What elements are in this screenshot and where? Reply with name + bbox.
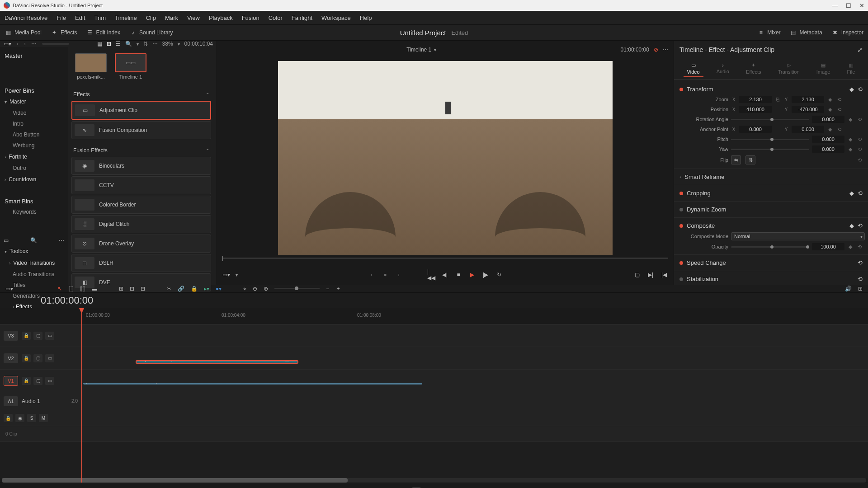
master-bin[interactable]: Master: [0, 49, 68, 61]
pitch-slider[interactable]: [731, 139, 809, 140]
chevron-down-icon[interactable]: ▾: [434, 47, 436, 52]
arm-icon[interactable]: ◉: [15, 414, 24, 422]
section-speed[interactable]: Speed Change⟲: [679, 258, 863, 268]
replace-icon[interactable]: ⊟: [141, 286, 145, 292]
enable-dot-icon[interactable]: [679, 208, 683, 211]
tree-item[interactable]: Abo Button: [0, 129, 68, 140]
insert-icon[interactable]: ⊞: [119, 286, 123, 292]
panel-menu-icon[interactable]: ▭▾: [4, 41, 11, 47]
collapse-icon[interactable]: ⌃: [206, 148, 209, 153]
chevron-down-icon[interactable]: ▾: [137, 42, 139, 47]
close-button[interactable]: ✕: [859, 2, 864, 9]
play-button[interactable]: ▶: [468, 271, 476, 279]
auto-select-icon[interactable]: ▢: [33, 332, 42, 340]
enable-dot-icon[interactable]: [679, 88, 683, 91]
adjustment-clip[interactable]: Adjustment Clip◣ ◆⟦⟧: [136, 360, 298, 364]
composite-mode-select[interactable]: Normal: [731, 232, 865, 240]
last-frame-icon[interactable]: ▶|: [646, 271, 655, 279]
playhead[interactable]: [81, 308, 82, 483]
edit-index-button[interactable]: ☰Edit Index: [86, 29, 120, 36]
stop-icon[interactable]: ●: [381, 271, 389, 279]
timeline-thumbnail[interactable]: ▭▭Timeline 1: [115, 53, 146, 80]
trim-tool[interactable]: ⟦⟧: [68, 286, 74, 292]
pos-x-input[interactable]: 410.000: [739, 106, 772, 113]
sound-library-button[interactable]: ♪Sound Library: [129, 29, 173, 36]
tab-audio[interactable]: ♪Audio: [713, 61, 733, 77]
view-metadata-icon[interactable]: ▦: [97, 41, 102, 47]
tree-item[interactable]: Outro: [0, 163, 68, 174]
arrow-tool[interactable]: ↖: [57, 286, 62, 292]
disable-icon[interactable]: ▭: [45, 332, 54, 340]
tree-item[interactable]: Video: [0, 108, 68, 118]
collapse-icon[interactable]: ⌃: [206, 92, 209, 97]
zoom-y-input[interactable]: 2.130: [792, 96, 824, 103]
tab-transition[interactable]: ▷Transition: [774, 61, 803, 77]
link-icon[interactable]: ⎘: [774, 97, 781, 102]
solo-button[interactable]: S: [27, 414, 36, 422]
tl-options-icon[interactable]: ▭▾: [5, 286, 13, 292]
go-end-icon[interactable]: |◀: [660, 271, 668, 279]
video-clip[interactable]: pexels-mikhail-nilov-6942639.mp4: [83, 383, 422, 385]
lock-icon[interactable]: 🔒: [191, 286, 198, 292]
tree-master[interactable]: ▾Master: [0, 96, 68, 108]
search-icon[interactable]: 🔍: [30, 237, 37, 244]
nav-fwd-icon[interactable]: ›: [24, 41, 26, 47]
more-icon[interactable]: ⋯: [663, 47, 668, 53]
blade-tool[interactable]: ▬: [92, 286, 97, 292]
menu-item[interactable]: Mark: [165, 14, 178, 21]
snap-icon[interactable]: ⌖: [243, 286, 246, 292]
menu-item[interactable]: Fairlight: [292, 14, 312, 21]
effect-dslr[interactable]: ◻DSLR: [71, 254, 211, 272]
tree-item[interactable]: ›Fortnite: [0, 151, 68, 163]
effect-drone-overlay[interactable]: ⊙Drone Overlay: [71, 235, 211, 253]
section-cropping[interactable]: Cropping◆⟲: [679, 188, 863, 198]
more-icon[interactable]: ⋯: [31, 41, 37, 47]
link-icon[interactable]: 🔗: [178, 286, 184, 292]
anchor-x-input[interactable]: 0.000: [739, 126, 772, 133]
menu-item[interactable]: Clip: [146, 14, 156, 21]
menu-item[interactable]: File: [57, 14, 66, 21]
menu-item[interactable]: Edit: [75, 14, 85, 21]
zoom-slider[interactable]: [42, 43, 69, 45]
reset-icon[interactable]: ⟲: [858, 86, 863, 93]
effects-button[interactable]: ✦Effects: [51, 29, 77, 36]
timeline-ruler[interactable]: 01:00:00:00 01:00:04:00 01:00:08:00: [0, 308, 868, 324]
media-pool-button[interactable]: ▦Media Pool: [5, 29, 42, 36]
effect-binoculars[interactable]: ◉Binoculars: [71, 157, 211, 175]
effect-fusion-composition[interactable]: ∿Fusion Composition: [71, 121, 211, 139]
maximize-button[interactable]: ☐: [846, 2, 851, 9]
zoom-slider[interactable]: [274, 288, 320, 289]
prev-edit-icon[interactable]: ‹: [368, 271, 376, 279]
section-stabilization[interactable]: Stabilization⟲: [679, 274, 863, 284]
menu-item[interactable]: Timeline: [115, 14, 137, 21]
sort-icon[interactable]: ⇅: [143, 41, 148, 47]
opacity-input[interactable]: 100.00: [812, 243, 844, 250]
power-bins[interactable]: Power Bins: [0, 84, 68, 96]
blade-icon[interactable]: ✂: [167, 286, 171, 292]
flip-h-button[interactable]: ⇋: [731, 155, 741, 164]
dynamic-trim-tool[interactable]: ⟦⟧: [80, 286, 85, 292]
zoom-x-input[interactable]: 2.130: [739, 96, 772, 103]
viewer-mode-icon[interactable]: ▭▾: [222, 272, 230, 278]
view-list-icon[interactable]: ☰: [116, 41, 121, 47]
enable-dot-icon[interactable]: [679, 192, 683, 195]
menu-item[interactable]: Help: [360, 14, 372, 21]
effect-adjustment-clip[interactable]: ▭Adjustment Clip: [71, 101, 211, 120]
toolbox[interactable]: ▾Toolbox: [0, 245, 68, 257]
tree-item[interactable]: ›Video Transitions: [0, 257, 68, 269]
panel-menu-icon[interactable]: ▭: [4, 237, 9, 244]
menu-item[interactable]: DaVinci Resolve: [5, 14, 47, 21]
lock-icon[interactable]: 🔒: [22, 332, 31, 340]
effect-digital-glitch[interactable]: ░Digital Glitch: [71, 215, 211, 233]
next-frame-icon[interactable]: |▶: [481, 271, 490, 279]
mixer-button[interactable]: ≡Mixer: [757, 29, 780, 36]
first-frame-icon[interactable]: |◀◀: [427, 271, 435, 279]
tl-view-icon[interactable]: ⊞: [858, 286, 863, 292]
tree-item[interactable]: Intro: [0, 118, 68, 129]
video-preview[interactable]: [278, 61, 613, 255]
overwrite-icon[interactable]: ⊡: [130, 286, 134, 292]
next-edit-icon[interactable]: ›: [395, 271, 403, 279]
tree-keywords[interactable]: Keywords: [0, 206, 68, 217]
tab-effects[interactable]: ✦Effects: [742, 61, 764, 77]
keyframe-icon[interactable]: ◆: [849, 86, 854, 93]
